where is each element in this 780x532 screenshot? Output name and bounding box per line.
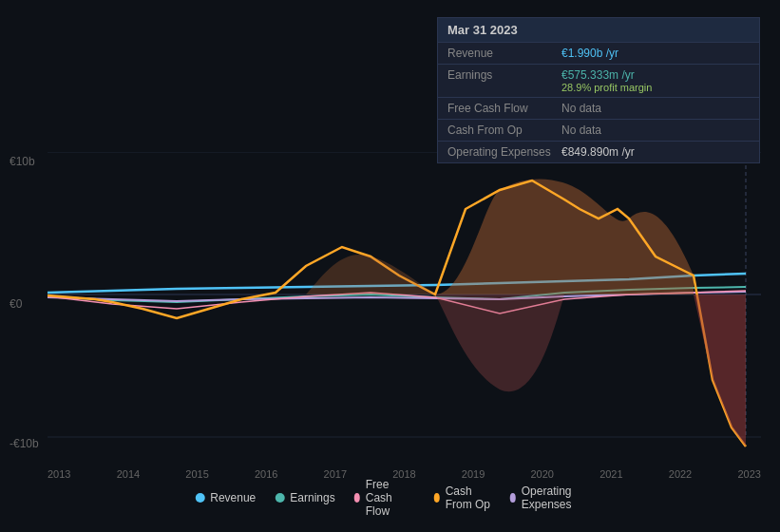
legend-label-opex: Operating Expenses	[522, 484, 585, 511]
chart-svg	[48, 152, 761, 466]
tooltip-value-revenue: €1.990b /yr	[561, 46, 618, 61]
legend-dot-opex	[510, 493, 516, 503]
tooltip-sub-earnings: 28.9% profit margin	[561, 82, 652, 93]
x-label-2014: 2014	[117, 468, 140, 480]
tooltip-value-fcf: No data	[561, 101, 601, 116]
tooltip-row-cashop: Cash From Op No data	[438, 119, 759, 141]
tooltip-box: Mar 31 2023 Revenue €1.990b /yr Earnings…	[437, 17, 760, 163]
tooltip-label-revenue: Revenue	[447, 46, 561, 61]
legend-fcf: Free Cash Flow	[354, 478, 415, 518]
legend-label-revenue: Revenue	[210, 491, 256, 504]
tooltip-value-opex: €849.890m /yr	[561, 144, 635, 160]
legend: Revenue Earnings Free Cash Flow Cash Fro…	[195, 478, 585, 518]
legend-earnings: Earnings	[275, 491, 334, 504]
legend-dot-fcf	[354, 493, 360, 503]
y-label-10b: €10b	[10, 155, 35, 168]
tooltip-label-earnings: Earnings	[447, 67, 561, 83]
legend-opex: Operating Expenses	[510, 484, 585, 511]
legend-dot-cashop	[434, 493, 440, 503]
legend-dot-earnings	[275, 493, 284, 503]
tooltip-label-fcf: Free Cash Flow	[447, 101, 561, 116]
legend-label-cashop: Cash From Op	[446, 484, 491, 511]
x-label-2022: 2022	[669, 468, 692, 480]
tooltip-value-earnings: €575.333m /yr 28.9% profit margin	[561, 67, 652, 94]
x-label-2021: 2021	[599, 468, 622, 480]
x-label-2013: 2013	[48, 468, 70, 480]
tooltip-value-cashop: No data	[561, 123, 601, 138]
tooltip-row-opex: Operating Expenses €849.890m /yr	[438, 141, 759, 162]
tooltip-label-cashop: Cash From Op	[447, 123, 561, 138]
tooltip-row-earnings: Earnings €575.333m /yr 28.9% profit marg…	[438, 64, 759, 97]
tooltip-row-fcf: Free Cash Flow No data	[438, 97, 759, 119]
y-label-0: €0	[10, 297, 22, 311]
x-label-2023: 2023	[737, 468, 760, 480]
y-label-neg10b: -€10b	[10, 437, 39, 450]
tooltip-label-opex: Operating Expenses	[447, 144, 561, 160]
tooltip-title: Mar 31 2023	[438, 18, 759, 42]
chart-container: Mar 31 2023 Revenue €1.990b /yr Earnings…	[0, 0, 780, 532]
legend-label-fcf: Free Cash Flow	[366, 478, 415, 518]
legend-revenue: Revenue	[195, 491, 256, 504]
tooltip-row-revenue: Revenue €1.990b /yr	[438, 42, 759, 64]
legend-label-earnings: Earnings	[290, 491, 334, 504]
legend-dot-revenue	[195, 493, 204, 503]
legend-cashop: Cash From Op	[434, 484, 491, 511]
